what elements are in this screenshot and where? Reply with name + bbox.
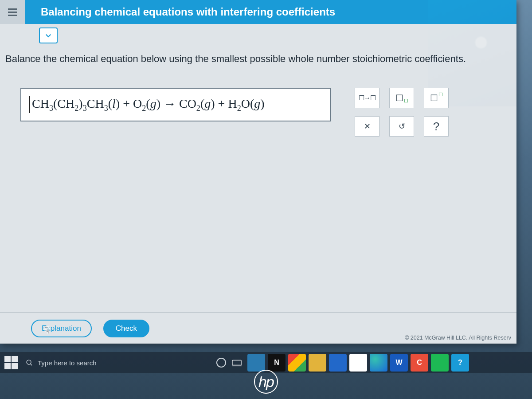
explanation-button[interactable]: Explanation: [31, 320, 92, 337]
taskbar-app-canvas[interactable]: C: [411, 354, 428, 372]
chevron-down-icon: [44, 31, 52, 39]
taskbar-app-filex[interactable]: [309, 354, 326, 372]
taskbar-app-edge[interactable]: [370, 354, 387, 372]
reset-button[interactable]: ↺: [389, 116, 414, 137]
search-placeholder: Type here to search: [38, 359, 97, 367]
check-button[interactable]: Check: [103, 320, 149, 337]
search-icon: [26, 359, 33, 367]
text-caret: [29, 96, 30, 113]
symbol-palette: ☐→☐ ☐☐ ☐☐ ✕ ↺ ?: [355, 88, 454, 145]
start-button[interactable]: [4, 356, 18, 369]
equation-input[interactable]: CH3(CH2)3CH3(l) + O2(g) → CO2(g) + H2O(g…: [20, 88, 331, 121]
taskbar-app-word[interactable]: W: [390, 354, 408, 372]
task-view-icon[interactable]: [229, 355, 245, 371]
cortana-icon[interactable]: [216, 358, 226, 368]
insert-reaction-arrow-button[interactable]: ☐→☐: [355, 88, 379, 108]
topic-bar: Balancing chemical equations with interf…: [25, 0, 516, 24]
action-bar: Explanation Check ☟ © 2021 McGraw Hill L…: [0, 313, 516, 344]
taskbar-app-notion[interactable]: N: [268, 354, 286, 372]
equation-text: CH3(CH2)3CH3(l) + O2(g) → CO2(g) + H2O(g…: [32, 97, 265, 113]
copyright-text: © 2021 McGraw Hill LLC. All Rights Reser…: [405, 335, 511, 341]
taskbar-app-mail[interactable]: [329, 354, 347, 372]
help-button[interactable]: ?: [424, 116, 449, 137]
svg-line-1: [31, 364, 32, 365]
insert-superscript-button[interactable]: ☐☐: [424, 88, 449, 108]
clear-button[interactable]: ✕: [355, 116, 379, 137]
taskbar-app-store[interactable]: [247, 354, 265, 372]
insert-subscript-button[interactable]: ☐☐: [389, 88, 414, 108]
topic-title: Balancing chemical equations with interf…: [41, 6, 335, 18]
taskbar-app-todo[interactable]: [349, 354, 367, 372]
svg-rect-2: [232, 360, 241, 365]
hp-logo: hp: [254, 370, 278, 394]
hamburger-menu[interactable]: [0, 0, 25, 24]
taskbar-app-help[interactable]: ?: [451, 354, 469, 372]
question-prompt: Balance the chemical equation below usin…: [5, 53, 508, 65]
taskbar-app-spotify[interactable]: [431, 354, 449, 372]
app-window: Balancing chemical equations with interf…: [0, 0, 516, 344]
taskbar-apps: NWC?: [247, 354, 469, 372]
previous-question-button[interactable]: [39, 27, 58, 43]
taskbar-app-chrome[interactable]: [288, 354, 306, 372]
svg-point-0: [27, 360, 31, 364]
taskbar-search[interactable]: Type here to search: [20, 355, 145, 371]
